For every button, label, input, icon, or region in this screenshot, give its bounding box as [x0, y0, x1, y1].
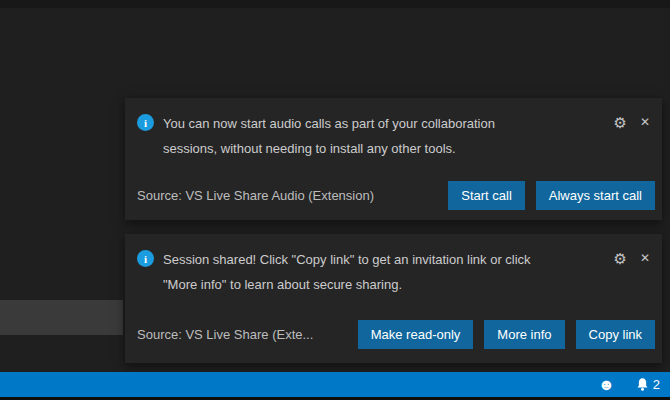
message-line: sessions, without needing to install any… — [163, 136, 601, 161]
toast-controls: ⚙ ✕ — [613, 247, 650, 267]
gear-icon[interactable]: ⚙ — [613, 114, 626, 131]
toast-footer: Source: VS Live Share Audio (Extension) … — [137, 181, 655, 210]
notifications-bell-button[interactable]: 2 — [635, 377, 660, 392]
toast-footer: Source: VS Live Share (Exte... Make read… — [137, 320, 655, 349]
notification-message: Session shared! Click "Copy link" to get… — [163, 247, 601, 297]
toast-body: i You can now start audio calls as part … — [125, 98, 662, 161]
status-bar: ☻ 2 — [0, 372, 670, 397]
message-line: Session shared! Click "Copy link" to get… — [163, 247, 601, 272]
notification-count-badge: 2 — [653, 377, 660, 392]
button-row: Start call Always start call — [448, 181, 655, 210]
notification-message: You can now start audio calls as part of… — [163, 111, 601, 161]
copy-link-button[interactable]: Copy link — [576, 320, 655, 349]
info-icon: i — [137, 114, 154, 131]
close-icon[interactable]: ✕ — [640, 250, 650, 267]
bell-icon — [635, 377, 650, 392]
feedback-smiley-icon[interactable]: ☻ — [598, 377, 615, 393]
background-widget-strip — [0, 300, 123, 335]
notification-source: Source: VS Live Share (Exte... — [137, 327, 350, 342]
toast-controls: ⚙ ✕ — [613, 111, 650, 131]
make-read-only-button[interactable]: Make read-only — [358, 320, 474, 349]
message-line: You can now start audio calls as part of… — [163, 111, 601, 136]
always-start-call-button[interactable]: Always start call — [536, 181, 655, 210]
more-info-button[interactable]: More info — [484, 320, 564, 349]
gear-icon[interactable]: ⚙ — [613, 250, 626, 267]
start-call-button[interactable]: Start call — [448, 181, 525, 210]
info-icon: i — [137, 250, 154, 267]
notification-toast-audio: i You can now start audio calls as part … — [125, 98, 662, 220]
button-row: Make read-only More info Copy link — [358, 320, 655, 349]
window-top-edge — [0, 0, 670, 8]
close-icon[interactable]: ✕ — [640, 114, 650, 131]
notification-toast-session-shared: i Session shared! Click "Copy link" to g… — [125, 234, 662, 363]
notification-source: Source: VS Live Share Audio (Extension) — [137, 188, 440, 203]
message-line: "More info" to learn about secure sharin… — [163, 272, 601, 297]
toast-body: i Session shared! Click "Copy link" to g… — [125, 234, 662, 297]
